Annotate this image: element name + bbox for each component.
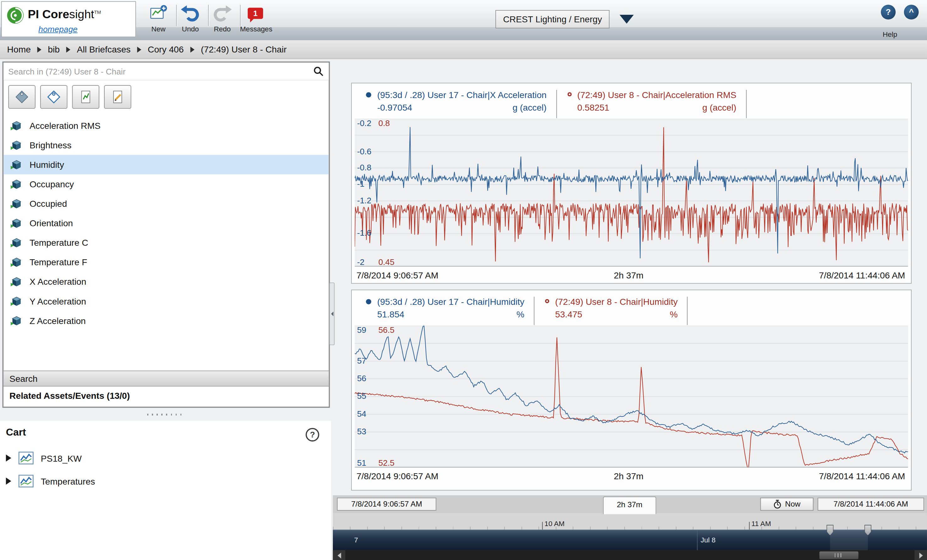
app-title: PI CoresightTM [28, 8, 101, 21]
legend-current-value: 53.475 [555, 309, 582, 319]
pi-coresight-app: PI CoresightTM homepage New [0, 0, 927, 560]
legend-divider [687, 297, 688, 325]
timeline-scrollbar[interactable] [333, 550, 927, 560]
cart-help-button[interactable]: ? [305, 428, 319, 442]
attribute-item[interactable]: Acceleration RMS [3, 116, 328, 135]
duration-tab[interactable]: 2h 37m [603, 496, 656, 514]
date-separator [697, 530, 698, 551]
attribute-item[interactable]: X Acceleration [3, 272, 328, 291]
attribute-item[interactable]: Occupied [3, 194, 328, 213]
attribute-label: Y Acceleration [30, 296, 86, 306]
chart-plot[interactable] [354, 119, 908, 267]
attribute-label: X Acceleration [30, 276, 86, 287]
attribute-label: Acceleration RMS [30, 121, 100, 131]
trend-chart-card: (95:3d / .28) User 17 - Chair|Humidity51… [351, 290, 912, 490]
attribute-item[interactable]: Y Acceleration [3, 291, 328, 311]
attribute-icon [11, 296, 23, 307]
chart-plot-area[interactable]: -0.2-0.6-0.8-1-1.2-1.6-20.80.45 [354, 119, 908, 267]
attribute-label: Occupied [30, 199, 67, 209]
scroll-left-button[interactable] [333, 550, 345, 560]
attribute-label: Temperature F [30, 257, 87, 267]
legend-entry[interactable]: (95:3d / .28) User 17 - Chair|X Accelera… [366, 90, 547, 112]
chart-legend: (95:3d / .28) User 17 - Chair|X Accelera… [352, 83, 911, 118]
new-button[interactable]: New [143, 3, 174, 33]
legend-divider [534, 297, 534, 325]
now-label: Now [785, 498, 801, 510]
expand-caret-icon[interactable] [6, 454, 11, 461]
end-time-box[interactable]: 7/8/2014 11:44:06 AM [818, 498, 924, 511]
start-time-box[interactable]: 7/8/2014 9:06:57 AM [337, 498, 436, 511]
display-selector[interactable]: CREST Lighting / Energy [495, 10, 609, 28]
legend-entry[interactable]: (95:3d / .28) User 17 - Chair|Humidity51… [366, 297, 524, 319]
breadcrumb-item[interactable]: Cory 406 [148, 44, 201, 55]
breadcrumb-item[interactable]: Home [7, 44, 48, 55]
breadcrumb-separator-icon [37, 47, 41, 53]
time-ruler[interactable]: 10 AM 11 AM [333, 513, 927, 530]
legend-entry[interactable]: (72:49) User 8 - Chair|Humidity53.475% [545, 297, 678, 319]
trend-document-button[interactable] [72, 85, 99, 109]
scrollbar-thumb[interactable] [819, 551, 859, 559]
y-axis-tick-left: 53 [357, 427, 366, 436]
attribute-item[interactable]: Temperature C [3, 233, 328, 252]
question-icon: ? [310, 429, 315, 439]
search-input[interactable] [3, 62, 328, 80]
related-assets-header[interactable]: Related Assets/Events (13/0) [3, 387, 328, 407]
homepage-link[interactable]: homepage [38, 24, 78, 33]
breadcrumb-item[interactable]: bib [48, 44, 77, 55]
collapse-header-button[interactable]: ^ [904, 5, 919, 20]
redo-button[interactable]: Redo [207, 3, 238, 33]
app-logo[interactable]: PI CoresightTM homepage [1, 1, 136, 37]
asset-tree-panel: Acceleration RMS Brightness [3, 62, 330, 408]
breadcrumb-item[interactable]: All Briefcases [77, 44, 148, 55]
legend-marker-icon [366, 299, 371, 305]
legend-entry[interactable]: (72:49) User 8 - Chair|Acceleration RMS0… [567, 90, 737, 112]
attribute-item[interactable]: Humidity [3, 155, 328, 175]
y-axis-tick-right: 0.45 [378, 258, 395, 267]
cart-item[interactable]: PS18_KW [6, 452, 95, 464]
y-axis-tick-right: 52.5 [378, 458, 395, 467]
search-section-header[interactable]: Search [3, 370, 328, 387]
panel-splitter[interactable] [3, 410, 330, 418]
attribute-icon [11, 179, 23, 190]
dropdown-caret-icon[interactable] [620, 15, 634, 24]
attribute-item[interactable]: Brightness [3, 135, 328, 155]
scroll-right-button[interactable] [915, 550, 927, 560]
x-duration-label: 2h 37m [614, 270, 643, 280]
date-label: Jul 8 [701, 536, 716, 544]
messages-button[interactable]: 1 Messages [240, 3, 271, 33]
attribute-item[interactable]: Z Acceleration [3, 311, 328, 330]
element-search-button[interactable] [40, 85, 68, 109]
annotate-document-button[interactable] [104, 85, 131, 109]
tag-search-button[interactable] [8, 85, 35, 109]
element-tag-icon [47, 91, 60, 103]
messages-icon: 1 [248, 8, 263, 19]
breadcrumb-separator-icon [190, 47, 194, 53]
attribute-item[interactable]: Orientation [3, 213, 328, 233]
splitter-grip-icon [147, 414, 185, 416]
y-axis-tick-right: 0.8 [378, 119, 390, 127]
search-icon[interactable] [313, 66, 324, 77]
sidebar-collapse-handle[interactable] [330, 282, 335, 345]
attribute-item[interactable]: Occupancy [3, 175, 328, 194]
undo-button[interactable]: Undo [175, 3, 206, 33]
legend-unit: % [517, 309, 524, 319]
x-start-label: 7/8/2014 9:06:57 AM [356, 471, 438, 481]
breadcrumb-item[interactable]: (72:49) User 8 - Chair [201, 44, 287, 55]
clock-icon [773, 499, 781, 509]
trend-doc-icon [79, 91, 92, 103]
cart-item[interactable]: Temperatures [6, 475, 95, 487]
search-row [3, 62, 328, 80]
arrow-left-icon [337, 552, 341, 558]
attribute-icon [11, 198, 23, 209]
attribute-item[interactable]: Temperature F [3, 252, 328, 272]
timeline-date-bar[interactable]: 7 Jul 8 [333, 530, 927, 550]
now-button[interactable]: Now [760, 498, 813, 511]
breadcrumb: Home bib All Briefcases Cory 406 (72:49)… [0, 40, 927, 59]
expand-caret-icon[interactable] [6, 478, 11, 485]
help-button[interactable]: ? [881, 5, 895, 20]
attribute-icon [11, 140, 23, 150]
legend-series-name: (72:49) User 8 - Chair|Humidity [555, 297, 678, 307]
chart-plot[interactable] [354, 326, 908, 467]
x-start-label: 7/8/2014 9:06:57 AM [356, 270, 438, 280]
chart-plot-area[interactable]: 5957565554535156.552.5 [354, 326, 908, 467]
